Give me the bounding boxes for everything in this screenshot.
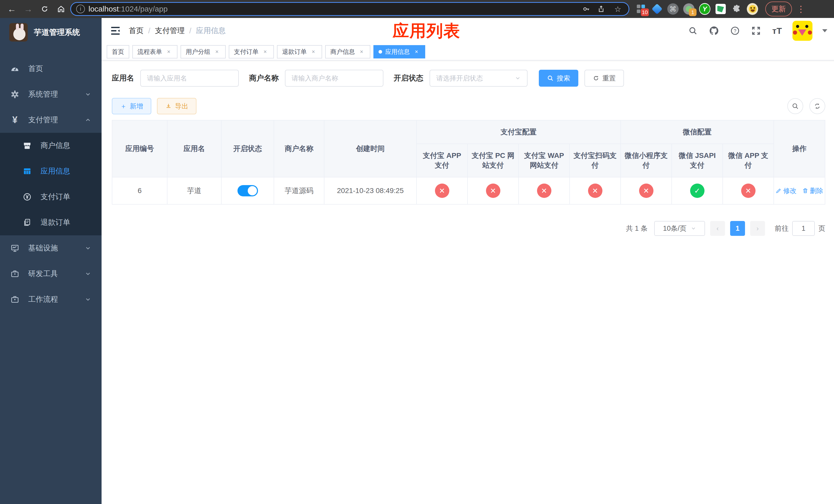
briefcase-icon (10, 295, 20, 304)
close-icon[interactable]: × (358, 48, 365, 55)
alipay-wap-status-icon: ✕ (537, 184, 551, 198)
app-table: 应用编号 应用名 开启状态 商户名称 创建时间 支付宝配置 微信配置 操作 支付… (112, 120, 825, 205)
tab-user-group[interactable]: 用户分组× (180, 45, 226, 59)
chevron-down-icon (85, 91, 91, 98)
page-unit-label: 页 (818, 224, 825, 233)
col-header-created: 创建时间 (324, 120, 416, 177)
col-header-merchant: 商户名称 (274, 120, 324, 177)
cell-created: 2021-10-23 08:49:25 (324, 177, 416, 204)
sidebar-item-refund-orders[interactable]: 退款订单 (0, 210, 102, 235)
browser-update-button[interactable]: 更新 (765, 2, 792, 17)
password-key-icon[interactable] (583, 5, 594, 13)
camera-extension-icon[interactable]: 1 (683, 3, 695, 15)
extensions-puzzle-icon[interactable] (731, 3, 742, 15)
address-bar[interactable]: i localhost:1024/pay/app ☆ (70, 2, 629, 16)
export-button[interactable]: 导出 (157, 98, 196, 114)
refresh-icon (593, 75, 599, 82)
sidebar-item-system[interactable]: 系统管理 (0, 82, 102, 107)
tab-home[interactable]: 首页 (107, 45, 129, 59)
bookmark-star-icon[interactable]: ☆ (612, 5, 623, 14)
profile-avatar[interactable] (747, 3, 758, 15)
close-icon[interactable]: × (165, 48, 172, 55)
help-icon[interactable]: ? (729, 25, 741, 37)
sidebar-item-home[interactable]: 首页 (0, 56, 102, 82)
close-icon[interactable]: × (213, 48, 221, 55)
group-header-alipay: 支付宝配置 (416, 120, 621, 144)
sidebar-collapse-button[interactable] (110, 25, 121, 37)
reload-icon (41, 5, 48, 13)
page-number-1[interactable]: 1 (730, 221, 745, 236)
delete-link[interactable]: 删除 (802, 186, 823, 196)
command-extension-icon[interactable]: ⌘ (667, 3, 679, 15)
close-icon[interactable]: × (262, 48, 269, 55)
yudao-extension-icon[interactable]: Y (699, 3, 710, 15)
font-size-icon[interactable]: ᴛT (771, 25, 783, 37)
col-header-alipay-app: 支付宝 APP 支付 (416, 144, 467, 177)
site-info-icon[interactable]: i (76, 5, 85, 13)
status-select[interactable]: 请选择开启状态 (430, 70, 528, 87)
breadcrumb-payment[interactable]: 支付管理 (155, 26, 185, 36)
share-icon[interactable] (597, 5, 609, 13)
fullscreen-icon[interactable] (750, 25, 762, 37)
avatar-caret-icon[interactable] (822, 29, 827, 32)
page-size-select[interactable]: 10条/页 (654, 221, 705, 236)
notifications-extension-icon[interactable]: 10 (636, 3, 647, 15)
next-page-button[interactable]: › (750, 221, 765, 236)
github-icon[interactable] (708, 25, 720, 37)
tab-app-info[interactable]: 应用信息× (373, 45, 425, 59)
extension-badge: 10 (641, 8, 649, 16)
trash-icon (802, 188, 808, 194)
plus-icon: ＋ (120, 102, 127, 111)
browser-reload-button[interactable] (38, 2, 52, 16)
add-button[interactable]: ＋ 新增 (112, 98, 151, 114)
browser-toolbar: ← → i localhost:1024/pay/app ☆ 10 ⌘ 1 Y (0, 0, 834, 18)
chevron-down-icon (690, 226, 696, 231)
col-header-actions: 操作 (774, 120, 825, 177)
toggle-search-button[interactable] (787, 98, 803, 114)
goto-page-input[interactable] (792, 221, 815, 236)
url-text: localhost:1024/pay/app (88, 5, 579, 13)
sidebar-item-infrastructure[interactable]: 基础设施 (0, 235, 102, 261)
close-icon[interactable]: × (413, 48, 420, 55)
sidebar-item-merchant-info[interactable]: 商户信息 (0, 133, 102, 158)
close-icon[interactable]: × (310, 48, 317, 55)
tab-process-form[interactable]: 流程表单× (132, 45, 177, 59)
browser-forward-button[interactable]: → (21, 2, 36, 16)
refresh-table-button[interactable] (809, 98, 825, 114)
reset-button[interactable]: 重置 (585, 70, 624, 87)
browser-menu-icon[interactable]: ⋮ (796, 4, 806, 14)
prev-page-button[interactable]: ‹ (710, 221, 725, 236)
active-dot (378, 50, 382, 53)
merchant-name-label: 商户名称 (249, 73, 279, 83)
user-avatar[interactable] (792, 21, 812, 41)
merchant-name-input[interactable] (285, 70, 383, 87)
cell-app-name: 芋道 (167, 177, 221, 204)
sidebar-item-pay-orders[interactable]: 支付订单 (0, 184, 102, 210)
chevron-down-icon (85, 296, 91, 303)
breadcrumb-home[interactable]: 首页 (129, 26, 144, 36)
sidebar-item-label: 系统管理 (28, 89, 58, 99)
tab-pay-order[interactable]: 支付订单× (229, 45, 274, 59)
page-title: 应用列表 (393, 20, 460, 42)
app-name-label: 应用名 (112, 73, 134, 83)
browser-home-button[interactable] (54, 2, 68, 16)
table-toolbar: ＋ 新增 导出 (112, 98, 825, 114)
status-toggle[interactable] (238, 185, 258, 197)
sidebar-item-dev-tools[interactable]: 研发工具 (0, 261, 102, 287)
tab-refund-order[interactable]: 退款订单× (277, 45, 322, 59)
browser-back-button[interactable]: ← (5, 2, 19, 16)
app-name-input[interactable] (140, 70, 239, 87)
kite-extension-icon[interactable] (652, 3, 663, 15)
cell-app-id: 6 (112, 177, 167, 204)
wechat-jsapi-status-icon: ✓ (690, 184, 704, 198)
sidebar-item-app-info[interactable]: 应用信息 (0, 158, 102, 184)
sidebar-item-workflow[interactable]: 工作流程 (0, 287, 102, 312)
search-icon[interactable] (687, 25, 699, 37)
sidebar-logo[interactable]: 芋道管理系统 (0, 18, 102, 47)
tab-merchant-info[interactable]: 商户信息× (325, 45, 370, 59)
edit-link[interactable]: 修改 (775, 186, 796, 196)
chevron-up-icon (85, 117, 91, 123)
notes-extension-icon[interactable] (715, 3, 726, 15)
search-button[interactable]: 搜索 (539, 70, 578, 87)
sidebar-item-payment[interactable]: ¥ 支付管理 (0, 107, 102, 133)
